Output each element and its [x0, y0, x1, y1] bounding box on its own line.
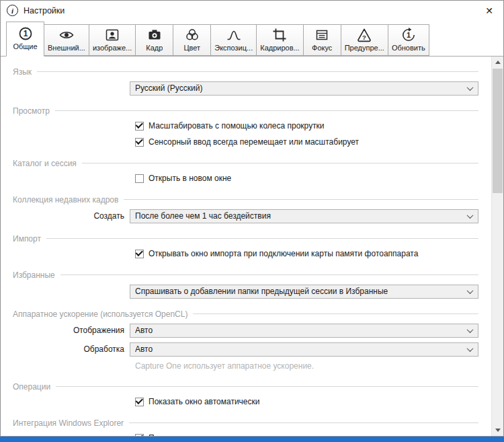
- chevron-down-icon: [467, 287, 474, 294]
- tab-warnings[interactable]: ? Предупре...: [341, 24, 388, 56]
- select-value: Спрашивать о добавлении папки предыдущей…: [135, 287, 464, 296]
- settings-panel: Язык Русский (Русский) Просмотр Масштаби…: [1, 57, 491, 436]
- processing-acceleration-select[interactable]: Авто: [130, 342, 478, 357]
- focus-icon: [314, 26, 330, 44]
- open-new-window-checkbox[interactable]: [135, 174, 144, 183]
- select-value: Авто: [135, 344, 464, 354]
- tab-label: Предупре...: [345, 44, 384, 52]
- camera-icon: [146, 26, 163, 44]
- tab-general[interactable]: 1 Общие: [6, 22, 44, 57]
- show-window-auto-checkbox[interactable]: [135, 398, 144, 406]
- svg-text:1: 1: [407, 31, 411, 39]
- curve-icon: [226, 26, 242, 44]
- select-value: Авто: [135, 326, 464, 335]
- section-header-explorer: Интеграция Windows Explorer: [1, 418, 491, 428]
- tab-color[interactable]: Цвет: [173, 24, 211, 56]
- tab-label: Обновить: [392, 44, 425, 52]
- tab-image[interactable]: изображе...: [89, 24, 136, 56]
- info-icon: i: [7, 5, 18, 16]
- section-divider: [37, 71, 478, 72]
- section-header-operations: Операции: [1, 381, 491, 392]
- warning-question-icon: ?: [356, 26, 372, 44]
- create-row: Создать После более чем 1 час бездействи…: [1, 209, 491, 223]
- scrollbar-down-arrow[interactable]: [492, 425, 503, 436]
- checkbox-label: Сенсорный ввод всегда перемещает или мас…: [149, 137, 359, 147]
- section-title: Язык: [13, 67, 32, 77]
- taskbar-strip: [0, 437, 504, 442]
- favorites-select[interactable]: Спрашивать о добавлении папки предыдущей…: [130, 285, 478, 299]
- scrollbar[interactable]: [491, 57, 503, 436]
- chevron-down-icon: [467, 345, 474, 352]
- crop-icon: [271, 26, 288, 44]
- scroll-zoom-checkbox[interactable]: [135, 122, 144, 131]
- tab-label: изображе...: [93, 44, 132, 52]
- eye-icon: [58, 26, 75, 44]
- tab-appearance[interactable]: Внешний...: [44, 24, 89, 56]
- scrollbar-up-arrow[interactable]: [492, 57, 503, 68]
- tab-crop[interactable]: Кадриров...: [256, 24, 303, 56]
- checkbox-label: Открывать окно импорта при подключении к…: [149, 249, 418, 258]
- section-title: Импорт: [13, 234, 41, 244]
- processing-label: Обработка: [1, 344, 130, 354]
- tab-label: Цвет: [183, 44, 200, 52]
- import-window-row: Открывать окно импорта при подключении к…: [1, 248, 491, 260]
- create-label: Создать: [1, 211, 130, 221]
- section-header-recent-captures: Коллекция недавних кадров: [1, 194, 491, 205]
- language-select[interactable]: Русский (Русский): [130, 81, 478, 96]
- section-divider: [56, 386, 478, 387]
- section-divider: [46, 238, 478, 239]
- display-acceleration-select[interactable]: Авто: [130, 324, 478, 338]
- tab-focus[interactable]: Фокус: [303, 24, 341, 56]
- chevron-down-icon: [467, 326, 474, 333]
- chevron-down-icon: [467, 84, 474, 91]
- titlebar: i Настройки ✕: [1, 1, 503, 20]
- select-value: Русский (Русский): [135, 83, 464, 93]
- chevron-down-icon: [467, 212, 474, 219]
- section-title: Избранные: [13, 270, 55, 280]
- color-circles-icon: [184, 26, 200, 44]
- section-title: Операции: [13, 382, 50, 392]
- tab-label: Кадр: [146, 44, 163, 52]
- checkbox-label: Открыть в новом окне: [149, 174, 231, 183]
- section-header-view: Просмотр: [1, 106, 491, 116]
- window-title: Настройки: [24, 6, 65, 15]
- processing-acceleration-row: Обработка Авто: [1, 342, 491, 357]
- section-divider: [193, 314, 478, 314]
- recent-captures-select[interactable]: После более чем 1 час бездействия: [130, 209, 478, 223]
- scroll-zoom-row: Масштабировать с помощью колеса прокрутк…: [1, 120, 491, 132]
- tab-label: Внешний...: [48, 44, 85, 52]
- svg-text:?: ?: [362, 33, 366, 40]
- section-divider: [129, 422, 478, 423]
- open-new-window-row: Открыть в новом окне: [1, 172, 491, 184]
- scrollbar-thumb[interactable]: [493, 69, 503, 193]
- import-window-checkbox[interactable]: [135, 250, 144, 258]
- image-icon: [104, 26, 120, 44]
- checkbox-label: Показать окно автоматически: [149, 397, 259, 406]
- explorer-context-row: Показать элемент в контекстном меню папк…: [1, 432, 491, 436]
- section-title: Коллекция недавних кадров: [13, 195, 118, 205]
- hardware-acceleration-note: Capture One использует аппаратное ускоре…: [135, 361, 478, 371]
- svg-text:1: 1: [23, 29, 28, 38]
- explorer-context-checkbox[interactable]: [135, 434, 144, 437]
- section-divider: [124, 199, 478, 200]
- section-divider: [82, 163, 478, 163]
- tab-update[interactable]: 1 Обновить: [388, 24, 429, 56]
- section-header-hardware: Аппаратное ускорение (используется OpenC…: [1, 309, 491, 319]
- section-header-catalog: Каталог и сессия: [1, 158, 491, 168]
- scrollbar-track[interactable]: [492, 68, 503, 425]
- section-title: Интеграция Windows Explorer: [13, 418, 124, 428]
- close-button[interactable]: ✕: [481, 5, 497, 16]
- section-title: Аппаратное ускорение (используется OpenC…: [13, 309, 187, 319]
- section-title: Просмотр: [13, 106, 50, 116]
- touch-input-checkbox[interactable]: [135, 138, 144, 147]
- content-area: Язык Русский (Русский) Просмотр Масштаби…: [1, 57, 503, 436]
- touch-input-row: Сенсорный ввод всегда перемещает или мас…: [1, 136, 491, 148]
- tab-exposure[interactable]: Экспозиц...: [210, 24, 257, 56]
- checkbox-label: Показать элемент в контекстном меню папк…: [149, 433, 318, 436]
- tab-label: Экспозиц...: [214, 44, 253, 52]
- display-label: Отображения: [1, 326, 130, 335]
- language-row: Русский (Русский): [1, 81, 491, 96]
- section-divider: [60, 274, 478, 275]
- tab-capture[interactable]: Кадр: [135, 24, 173, 56]
- tab-label: Кадриров...: [260, 44, 299, 52]
